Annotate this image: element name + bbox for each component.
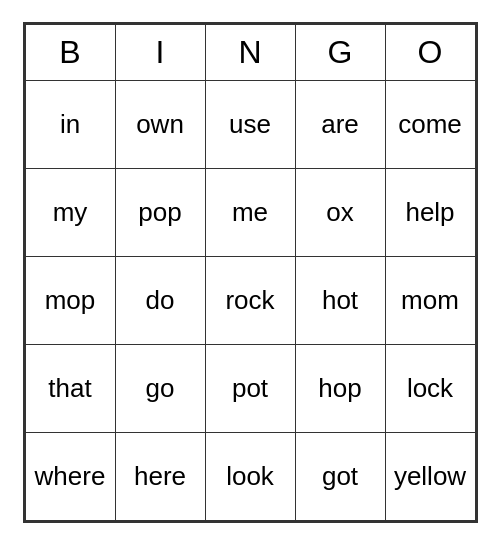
- cell-r1-c1: pop: [115, 168, 205, 256]
- table-row: mypopmeoxhelp: [25, 168, 475, 256]
- cell-r3-c1: go: [115, 344, 205, 432]
- cell-r1-c4: help: [385, 168, 475, 256]
- cell-r2-c3: hot: [295, 256, 385, 344]
- cell-r1-c3: ox: [295, 168, 385, 256]
- cell-r0-c3: are: [295, 80, 385, 168]
- table-row: thatgopothoplock: [25, 344, 475, 432]
- cell-r0-c1: own: [115, 80, 205, 168]
- cell-r3-c2: pot: [205, 344, 295, 432]
- cell-r4-c1: here: [115, 432, 205, 520]
- header-cell-g: G: [295, 24, 385, 80]
- cell-r0-c0: in: [25, 80, 115, 168]
- table-row: mopdorockhotmom: [25, 256, 475, 344]
- cell-r4-c4: yellow: [385, 432, 475, 520]
- header-row: BINGO: [25, 24, 475, 80]
- cell-r4-c3: got: [295, 432, 385, 520]
- cell-r3-c3: hop: [295, 344, 385, 432]
- cell-r3-c0: that: [25, 344, 115, 432]
- cell-r1-c2: me: [205, 168, 295, 256]
- cell-r2-c2: rock: [205, 256, 295, 344]
- cell-r4-c2: look: [205, 432, 295, 520]
- header-cell-i: I: [115, 24, 205, 80]
- header-cell-o: O: [385, 24, 475, 80]
- cell-r0-c4: come: [385, 80, 475, 168]
- cell-r4-c0: where: [25, 432, 115, 520]
- header-cell-n: N: [205, 24, 295, 80]
- cell-r1-c0: my: [25, 168, 115, 256]
- table-row: inownusearecome: [25, 80, 475, 168]
- cell-r3-c4: lock: [385, 344, 475, 432]
- cell-r2-c1: do: [115, 256, 205, 344]
- table-row: whereherelookgotyellow: [25, 432, 475, 520]
- bingo-card: BINGO inownusearecomemypopmeoxhelpmopdor…: [23, 22, 478, 523]
- cell-r2-c4: mom: [385, 256, 475, 344]
- header-cell-b: B: [25, 24, 115, 80]
- bingo-table: BINGO inownusearecomemypopmeoxhelpmopdor…: [25, 24, 476, 521]
- cell-r2-c0: mop: [25, 256, 115, 344]
- cell-r0-c2: use: [205, 80, 295, 168]
